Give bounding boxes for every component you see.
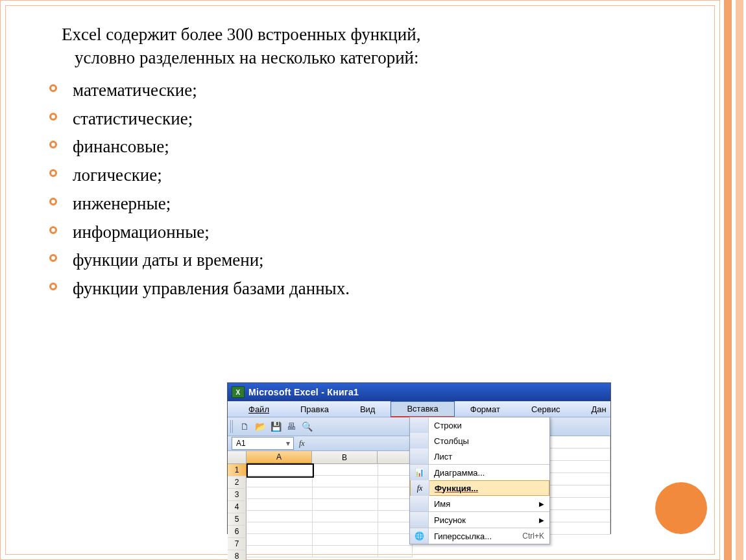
list-item: информационные; — [44, 218, 694, 247]
menu-item-rows[interactable]: Строки — [410, 417, 549, 433]
blank-icon — [410, 417, 429, 433]
submenu-arrow-icon: ▶ — [539, 517, 544, 524]
content-block: Excel содержит более 300 встроенных функ… — [39, 23, 694, 303]
name-box[interactable]: A1 ▾ — [232, 437, 294, 450]
col-header-b[interactable]: B — [312, 451, 378, 464]
row-header[interactable]: 2 — [228, 476, 247, 489]
fx-label[interactable]: fx — [299, 439, 305, 449]
menu-item-columns[interactable]: Столбцы — [410, 433, 549, 449]
blank-icon — [410, 512, 429, 528]
menu-item-sheet[interactable]: Лист — [410, 449, 549, 464]
excel-screenshot: X Microsoft Excel - Книга1 Файл Правка В… — [227, 382, 611, 534]
col-header-empty[interactable] — [378, 451, 412, 464]
menu-item-function[interactable]: fx Функция... — [410, 480, 549, 496]
menu-item-label: Лист — [429, 452, 549, 461]
chart-icon: 📊 — [410, 465, 429, 480]
row-header[interactable]: 4 — [228, 501, 247, 513]
row-headers: 1 2 3 4 5 6 7 8 — [228, 464, 247, 560]
menu-data-label: Дан — [583, 401, 614, 417]
list-item: функции управления базами данных. — [44, 275, 694, 303]
menu-item-label: Столбцы — [429, 436, 549, 446]
select-all-corner[interactable] — [228, 451, 247, 464]
list-item: функции даты и времени; — [44, 246, 694, 275]
open-file-icon[interactable]: 📂 — [254, 420, 267, 433]
list-item: инженерные; — [44, 190, 694, 218]
list-item: логические; — [44, 161, 694, 190]
slide: Excel содержит более 300 встроенных функ… — [0, 0, 746, 560]
menu-item-picture[interactable]: Рисунок ▶ — [410, 511, 549, 528]
decor-stripe-1 — [724, 0, 732, 560]
menu-view-label: Вид — [352, 401, 383, 417]
menu-format-label: Формат — [463, 401, 508, 417]
menu-edit[interactable]: Правка — [285, 401, 344, 417]
menu-item-hyperlink[interactable]: 🌐 Гиперссылка... Ctrl+K — [410, 528, 549, 544]
excel-app-icon: X — [232, 386, 245, 398]
list-item: финансовые; — [44, 133, 694, 161]
decor-circle — [655, 482, 707, 534]
menu-tools-label: Сервис — [523, 401, 568, 417]
print-icon[interactable]: 🖶 — [285, 420, 298, 433]
insert-menu-dropdown: Строки Столбцы Лист 📊 Диаграмма... fx Фу… — [409, 417, 550, 544]
menu-edit-label: Правка — [293, 401, 337, 417]
menu-item-label: Функция... — [429, 484, 549, 493]
row-header[interactable]: 3 — [228, 489, 247, 501]
menu-insert[interactable]: Вставка — [391, 401, 454, 417]
row-header[interactable]: 7 — [228, 538, 247, 550]
blank-icon — [410, 496, 429, 511]
menu-item-chart[interactable]: 📊 Диаграмма... — [410, 464, 549, 480]
menu-item-label: Диаграмма... — [429, 468, 549, 478]
intro-paragraph: Excel содержит более 300 встроенных функ… — [62, 23, 694, 70]
decor-stripe-2 — [736, 0, 743, 560]
window-title: Microsoft Excel - Книга1 — [248, 387, 359, 397]
col-header-a[interactable]: A — [247, 451, 312, 464]
hyperlink-icon: 🌐 — [410, 528, 429, 544]
window-titlebar: X Microsoft Excel - Книга1 — [228, 383, 610, 401]
save-icon[interactable]: 💾 — [269, 420, 282, 433]
name-box-value: A1 — [236, 439, 246, 448]
menu-data[interactable]: Дан — [575, 401, 621, 417]
dropdown-arrow-icon[interactable]: ▾ — [283, 439, 293, 448]
submenu-arrow-icon: ▶ — [539, 500, 544, 508]
menu-tools[interactable]: Сервис — [516, 401, 576, 417]
blank-icon — [410, 433, 429, 449]
menu-bar: Файл Правка Вид Вставка Формат Сервис Да… — [228, 401, 610, 417]
menu-file-label: Файл — [248, 404, 269, 414]
list-item: статистические; — [44, 105, 694, 134]
menu-view[interactable]: Вид — [344, 401, 391, 417]
row-header[interactable]: 1 — [228, 464, 247, 476]
print-preview-icon[interactable]: 🔍 — [300, 420, 313, 433]
list-item: математические; — [44, 76, 694, 105]
intro-line-2: условно разделенных на несколько категор… — [75, 46, 694, 69]
intro-line-1: Excel содержит более 300 встроенных функ… — [62, 25, 420, 44]
menu-item-label: Рисунок — [429, 515, 549, 525]
row-header[interactable]: 5 — [228, 513, 247, 526]
blank-icon — [410, 449, 429, 464]
menu-item-name[interactable]: Имя ▶ — [410, 496, 549, 511]
menu-file[interactable]: Файл — [233, 401, 285, 417]
menu-item-label: Имя — [429, 499, 549, 509]
menu-item-label: Строки — [429, 421, 549, 430]
row-header[interactable]: 8 — [228, 550, 247, 560]
toolbar-grip-icon[interactable] — [230, 420, 234, 433]
row-header[interactable]: 6 — [228, 526, 247, 538]
function-fx-icon: fx — [411, 480, 429, 496]
menu-insert-label: Вставка — [399, 401, 446, 417]
grid-right-part[interactable] — [549, 436, 610, 533]
category-list: математические; статистические; финансов… — [44, 76, 694, 303]
new-file-icon[interactable]: 🗋 — [238, 420, 251, 433]
keyboard-shortcut: Ctrl+K — [522, 531, 544, 541]
menu-format[interactable]: Формат — [455, 401, 516, 417]
